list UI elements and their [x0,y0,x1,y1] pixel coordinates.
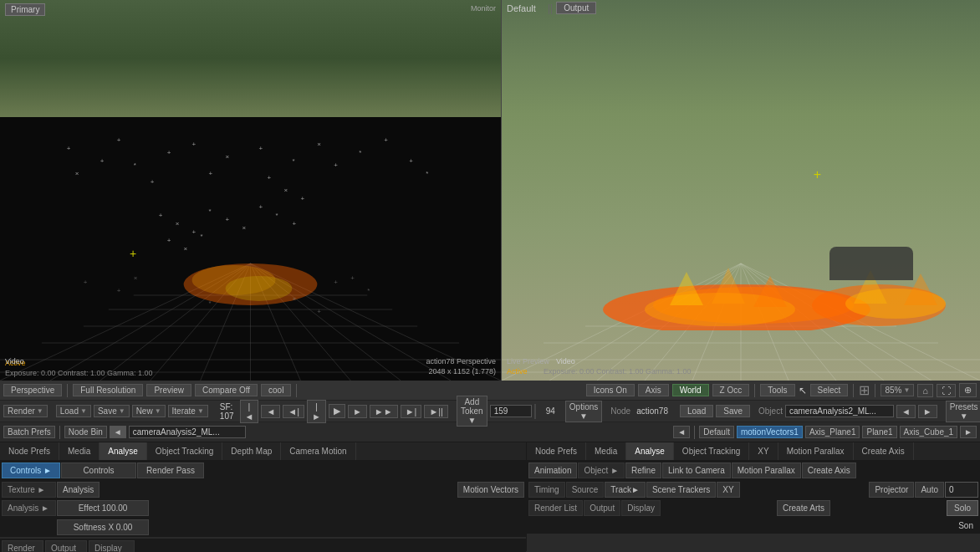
object-prev-btn[interactable]: ◄ [896,405,916,418]
tab-depth-map[interactable]: Depth Map [222,442,281,460]
render-dropdown[interactable]: Render ▼ [3,405,48,417]
transport-step-back[interactable]: ◄| [283,405,304,418]
viewport-right[interactable]: + Default || Output Live Preview Video A… [502,0,980,381]
softness-btn[interactable]: Softness X 0.00 [57,519,149,535]
projector-btn[interactable]: Projector [869,482,914,498]
home-btn[interactable]: ⌂ [917,384,933,397]
world-btn[interactable]: World [672,384,709,396]
xy-btn[interactable]: XY [717,482,739,498]
motion-vectors1-tab[interactable]: motionVectors1 [737,426,803,438]
controls-row3: Analysis ► Effect 100.00 [0,498,526,518]
transport-prev-end[interactable]: |◄ [240,400,259,423]
transport-play[interactable]: ▶ [329,404,345,418]
track-btn[interactable]: Track ► [605,482,646,498]
solo-btn[interactable]: Solo [947,500,978,516]
projector-value[interactable] [945,482,978,498]
right-content-row3: Render List Output Display Create Arts S… [527,498,980,518]
nav-arrow-left-btn[interactable]: ◄ [673,426,690,438]
compare-off-btn[interactable]: Compare Off [195,384,258,396]
batch-prefs-btn[interactable]: Batch Prefs [3,426,55,438]
tab-xy[interactable]: XY [749,442,778,460]
tab-motion-parallax[interactable]: Motion Parallax [778,442,854,460]
transport-fwd3[interactable]: ►| [401,405,422,418]
load-dropdown[interactable]: Load ▼ [56,405,91,417]
object-next-btn[interactable]: ► [918,405,937,418]
transport-fwd[interactable]: ► [348,405,367,418]
analysis-label2: Analysis ► [2,500,56,516]
timeline[interactable] [534,404,536,419]
create-axis-btn[interactable]: Create Axis [802,463,856,478]
axis-btn[interactable]: Axis [638,384,669,396]
add-token-btn[interactable]: Add Token ▼ [457,396,487,427]
scene-trackers-btn[interactable]: Scene Trackers [646,482,716,498]
cursor-icon[interactable]: ↖ [799,385,807,396]
transport-fwd2[interactable]: ►► [370,405,398,418]
node-value: action78 [636,406,668,416]
nav-arrow-right-btn[interactable]: ► [960,426,977,438]
icons-on-btn[interactable]: Icons On [586,384,635,396]
save-right-btn[interactable]: Save [716,405,750,417]
son-label: Son [953,519,978,532]
tab-create-axis[interactable]: Create Axis [854,442,914,460]
auto-btn[interactable]: Auto [915,482,944,498]
svg-text:*: * [367,287,370,294]
output-button[interactable]: Output [556,2,596,14]
zoom-dropdown[interactable]: 85% ▼ [880,384,914,396]
motion-vectors-btn[interactable]: Controls [61,463,136,478]
animation-btn[interactable]: Animation [528,463,577,478]
tab-node-prefs-r[interactable]: Node Prefs [527,442,586,460]
exposure-info-left: Exposure: 0.00 Contrast: 1.00 Gamma: 1.0… [5,369,153,377]
analysis-btn[interactable]: Analysis [57,482,100,498]
axis-plane1-tab[interactable]: Axis_Plane1 [805,426,860,438]
svg-text:+: + [192,228,197,236]
save-dropdown[interactable]: Save ▼ [94,405,130,417]
motion-parallax-btn[interactable]: Motion Parallax [732,463,801,478]
motion-vectors2-btn[interactable]: Motion Vectors [457,482,524,498]
load-right-btn[interactable]: Load [680,405,713,417]
node-bin-btn[interactable]: Node Bin [64,426,107,438]
object-input[interactable] [785,405,894,417]
output-btn-wrap: || Output [548,2,596,14]
primary-button[interactable]: Primary [5,3,45,16]
controls-btn[interactable]: Controls ► [2,463,60,478]
tab-analyse-r[interactable]: Analyse [626,442,674,460]
new-dropdown[interactable]: New ▼ [132,405,166,417]
fullscreen-btn[interactable]: ⛶ [937,384,956,397]
camera-input[interactable] [129,426,246,438]
perspective-btn[interactable]: Perspective [3,384,62,396]
globe-btn[interactable]: ⊕ [959,383,977,397]
effect-btn[interactable]: Effect 100.00 [57,500,149,516]
link-to-camera-btn[interactable]: Link to Camera [662,463,731,478]
tab-node-prefs[interactable]: Node Prefs [0,442,59,460]
tab-object-tracking-r[interactable]: Object Tracking [674,442,749,460]
viewport-3d[interactable]: ++× ++* +×+ +*+ ×++ *+× +*+ +×+ *+× +*+ … [0,117,501,381]
axis-cube1-tab[interactable]: Axis_Cube_1 [900,426,957,438]
transport-prev[interactable]: ◄ [261,405,280,418]
track-label: Track [610,485,631,494]
transport-step-fwd[interactable]: |► [307,400,326,423]
plane1-tab[interactable]: Plane1 [862,426,896,438]
full-resolution-btn[interactable]: Full Resolution [73,384,143,396]
viewport-left[interactable]: Primary Monitor [0,0,502,381]
tab-object-tracking[interactable]: Object Tracking [147,442,222,460]
tab-analyse[interactable]: Analyse [100,442,147,460]
render-pass-btn[interactable]: Render Pass [137,463,204,478]
frame-input[interactable] [490,405,532,417]
z-occ-btn[interactable]: Z Occ [712,384,750,396]
svg-text:*: * [134,161,136,169]
presets-dropdown[interactable]: Presets ▼ [946,401,980,422]
cool-btn[interactable]: cool [261,384,291,396]
preview-btn[interactable]: Preview [146,384,191,396]
options-dropdown[interactable]: Options ▼ [565,401,602,422]
iterate-dropdown[interactable]: Iterate ▼ [168,405,208,417]
create-arts-btn[interactable]: Create Arts [777,500,830,516]
tab-media-r[interactable]: Media [586,442,626,460]
default-tab-btn[interactable]: Default [699,426,734,438]
arrow-left-btn[interactable]: ◄ [110,426,126,438]
tools-btn[interactable]: Tools [760,384,794,396]
tab-media[interactable]: Media [59,442,100,460]
refine-btn[interactable]: Refine [625,463,661,478]
select-btn[interactable]: Select [810,384,849,396]
tab-camera-motion[interactable]: Camera Motion [281,442,355,460]
transport-end[interactable]: ►|| [424,405,448,418]
